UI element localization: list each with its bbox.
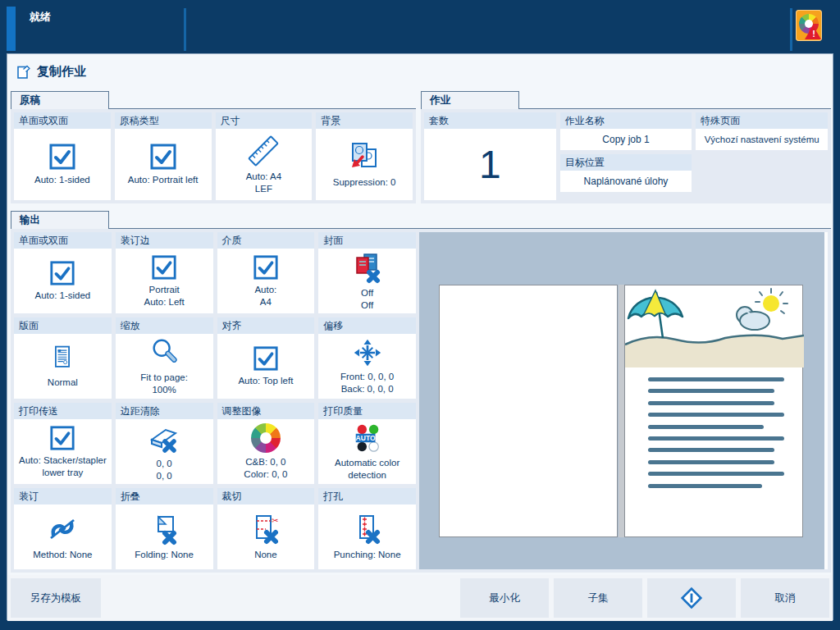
card-destination[interactable]: 目标位置 Naplánované úlohy bbox=[560, 154, 692, 192]
section-output: 输出 单面或双面 Auto: 1-sided 装订边 bbox=[11, 211, 831, 573]
card-label: 偏移 bbox=[318, 317, 416, 334]
card-print-delivery[interactable]: 打印传送 Auto: Stacker/stapler lower tray bbox=[14, 403, 112, 484]
special-pages-value: Výchozí nastavení systému bbox=[696, 129, 828, 150]
beach-illustration bbox=[625, 285, 804, 368]
preview-page-blank bbox=[439, 285, 618, 537]
card-folding[interactable]: 折叠 Folding: None bbox=[116, 488, 213, 569]
top-status-bar: 就绪 ! bbox=[0, 0, 840, 53]
card-stapling[interactable]: 装订 Method: None bbox=[14, 488, 112, 569]
card-label: 封面 bbox=[318, 232, 416, 249]
card-label: 单面或双面 bbox=[14, 112, 111, 129]
margin-erase-icon bbox=[148, 422, 180, 454]
checkbox-icon bbox=[253, 254, 279, 281]
card-label: 调整图像 bbox=[217, 403, 315, 419]
doc-lines bbox=[625, 371, 802, 488]
card-trimming[interactable]: 裁切 ✂ None bbox=[217, 488, 315, 569]
card-label: 打印质量 bbox=[318, 403, 416, 419]
card-value: Punching: None bbox=[334, 549, 401, 561]
doc-line bbox=[648, 401, 774, 405]
doc-line bbox=[648, 472, 784, 476]
card-sides-output[interactable]: 单面或双面 Auto: 1-sided bbox=[14, 232, 112, 313]
doc-line bbox=[648, 377, 784, 381]
card-label: 目标位置 bbox=[560, 154, 692, 171]
card-label: 特殊页面 bbox=[696, 112, 828, 129]
doc-line bbox=[648, 425, 764, 429]
card-value: Auto: Stacker/stapler lower tray bbox=[19, 454, 107, 479]
card-shift[interactable]: 偏移 Front: 0, 0, 0 Back: 0, 0, 0 bbox=[318, 317, 416, 399]
minimize-button[interactable]: 最小化 bbox=[460, 578, 549, 618]
doc-line bbox=[648, 413, 784, 417]
card-media[interactable]: 介质 Auto: A4 bbox=[217, 232, 315, 313]
card-size[interactable]: 尺寸 Auto: A4 LEF bbox=[216, 112, 313, 200]
card-value: Suppression: 0 bbox=[333, 176, 396, 189]
checkbox-icon bbox=[49, 425, 75, 451]
card-value: None bbox=[254, 549, 277, 561]
auto-color-icon: AUTO bbox=[352, 422, 383, 454]
checkbox-icon bbox=[48, 143, 76, 171]
shift-arrows-icon bbox=[353, 338, 382, 368]
card-margin-erase[interactable]: 边距清除 0, 0 0, 0 bbox=[116, 403, 213, 484]
checkbox-icon bbox=[49, 260, 75, 286]
card-value: Auto: A4 bbox=[254, 284, 276, 308]
checkbox-icon bbox=[151, 254, 177, 281]
layout-normal-icon bbox=[48, 344, 77, 373]
tab-original[interactable]: 原稿 bbox=[11, 91, 109, 109]
card-value: Normal bbox=[48, 377, 78, 389]
card-value: Front: 0, 0, 0 Back: 0, 0, 0 bbox=[340, 371, 394, 395]
start-button[interactable] bbox=[647, 578, 736, 618]
card-binding-edge[interactable]: 装订边 Portrait Auto: Left bbox=[116, 232, 213, 313]
printer-status-text: 就绪 bbox=[30, 10, 51, 25]
card-value: Off Off bbox=[361, 287, 373, 312]
card-value: Auto: 1-sided bbox=[34, 290, 90, 302]
card-adjust-image[interactable]: 调整图像 C&B: 0, 0 Color: 0, 0 bbox=[217, 403, 315, 484]
checkbox-icon bbox=[149, 143, 177, 171]
staple-none-icon bbox=[46, 513, 79, 546]
card-original-type[interactable]: 原稿类型 Auto: Portrait left bbox=[115, 112, 212, 200]
page-gutter bbox=[619, 285, 624, 537]
card-label: 介质 bbox=[217, 232, 315, 249]
card-job-name[interactable]: 作业名称 Copy job 1 bbox=[560, 112, 692, 150]
save-as-template-button[interactable]: 另存为模板 bbox=[11, 578, 101, 618]
card-special-pages[interactable]: 特殊页面 Výchozí nastavení systému bbox=[696, 112, 828, 150]
card-punching[interactable]: 打孔 Punching: None bbox=[318, 488, 416, 569]
action-bar: 另存为模板 最小化 子集 取消 bbox=[7, 575, 833, 621]
card-label: 裁切 bbox=[217, 488, 315, 504]
card-zoom[interactable]: 缩放 Fit to page: 100% bbox=[116, 317, 213, 399]
section-job: 作业 套数 1 作业名称 Copy job 1 目标位置 Naplánované… bbox=[421, 91, 831, 203]
color-calibration-warning-icon[interactable]: ! bbox=[796, 10, 822, 41]
card-value: Method: None bbox=[33, 549, 92, 561]
card-label: 打孔 bbox=[318, 488, 416, 504]
color-wheel-icon bbox=[251, 423, 281, 453]
fold-none-icon bbox=[148, 513, 180, 546]
card-number-of-sets[interactable]: 套数 1 bbox=[424, 112, 556, 200]
card-label: 缩放 bbox=[116, 317, 213, 334]
covers-off-icon bbox=[351, 251, 384, 284]
tab-output[interactable]: 输出 bbox=[11, 211, 109, 229]
section-original: 原稿 单面或双面 Auto: 1-sided 原稿类型 bbox=[11, 91, 416, 203]
doc-line bbox=[648, 436, 784, 441]
card-sides-original[interactable]: 单面或双面 Auto: 1-sided bbox=[14, 112, 111, 200]
card-value: Auto: A4 LEF bbox=[246, 171, 281, 195]
job-preview-panel bbox=[419, 232, 828, 569]
sets-count: 1 bbox=[424, 129, 556, 200]
exclamation-mark: ! bbox=[812, 29, 815, 39]
card-alignment[interactable]: 对齐 Auto: Top left bbox=[217, 317, 315, 399]
card-print-quality[interactable]: 打印质量 AUTO Automatic color detection bbox=[318, 403, 416, 484]
card-value: C&B: 0, 0 Color: 0, 0 bbox=[244, 456, 287, 481]
card-value: Folding: None bbox=[135, 549, 194, 561]
cancel-button[interactable]: 取消 bbox=[741, 578, 829, 618]
card-label: 单面或双面 bbox=[14, 232, 112, 249]
card-label: 装订边 bbox=[116, 232, 213, 249]
card-label: 尺寸 bbox=[216, 112, 313, 129]
card-layout[interactable]: 版面 Normal bbox=[14, 317, 112, 399]
preview-page-content bbox=[624, 285, 803, 537]
trim-none-icon: ✂ bbox=[249, 513, 282, 546]
card-label: 原稿类型 bbox=[115, 112, 212, 129]
card-label: 边距清除 bbox=[116, 403, 213, 419]
copy-job-icon bbox=[16, 63, 32, 83]
card-background[interactable]: 背景 Suppression: 0 bbox=[316, 112, 413, 200]
subset-button[interactable]: 子集 bbox=[554, 578, 642, 618]
tab-job[interactable]: 作业 bbox=[421, 91, 519, 109]
card-label: 背景 bbox=[316, 112, 413, 129]
card-covers[interactable]: 封面 Off Off bbox=[318, 232, 416, 313]
